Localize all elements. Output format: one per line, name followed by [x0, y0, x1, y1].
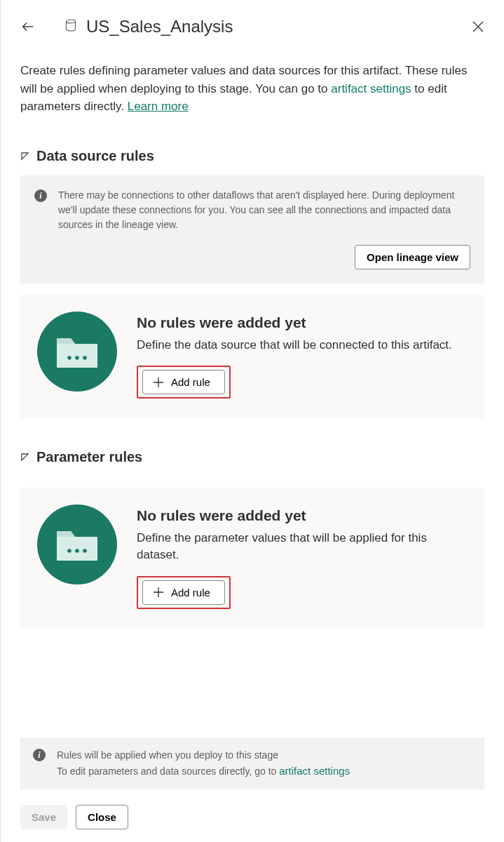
chevron-down-icon [20, 453, 29, 462]
add-rule-highlight: Add rule [137, 366, 231, 399]
data-source-info-text: There may be connections to other datafl… [58, 188, 470, 232]
chevron-down-icon [20, 152, 29, 161]
page-title: US_Sales_Analysis [86, 17, 233, 36]
svg-point-6 [83, 549, 87, 553]
add-data-source-rule-button[interactable]: Add rule [142, 370, 225, 394]
add-rule-label: Add rule [171, 587, 210, 599]
artifact-settings-link[interactable]: artifact settings [331, 82, 411, 95]
footer-info-panel: i Rules will be applied when you deploy … [20, 737, 484, 789]
open-lineage-button[interactable]: Open lineage view [355, 245, 470, 269]
add-rule-label: Add rule [171, 376, 210, 388]
plus-icon [153, 587, 164, 598]
save-button: Save [20, 805, 67, 829]
svg-point-4 [67, 549, 71, 553]
datamart-icon [65, 19, 76, 34]
info-icon: i [33, 749, 46, 761]
data-source-section-header[interactable]: Data source rules [20, 148, 484, 164]
data-source-info-panel: i There may be connections to other data… [20, 175, 484, 283]
data-source-empty-heading: No rules were added yet [137, 314, 468, 331]
parameter-empty-sub: Define the parameter values that will be… [137, 530, 468, 563]
add-parameter-rule-button[interactable]: Add rule [142, 580, 225, 605]
description-text: Create rules defining parameter values a… [20, 62, 484, 116]
footer-info-line2-prefix: To edit parameters and data sources dire… [57, 766, 279, 777]
close-icon[interactable] [472, 20, 484, 33]
parameter-title: Parameter rules [36, 449, 142, 465]
svg-point-5 [75, 549, 79, 553]
back-button[interactable] [20, 19, 36, 34]
data-source-empty-card: No rules were added yet Define the data … [20, 295, 484, 419]
parameter-section-header[interactable]: Parameter rules [20, 449, 484, 465]
learn-more-link[interactable]: Learn more [128, 100, 189, 113]
svg-point-3 [83, 356, 87, 360]
folder-icon [37, 312, 117, 392]
add-rule-highlight: Add rule [137, 576, 231, 609]
parameter-empty-card: No rules were added yet Define the param… [20, 488, 484, 629]
svg-point-1 [67, 356, 71, 360]
data-source-empty-sub: Define the data source that will be conn… [137, 337, 468, 354]
data-source-title: Data source rules [36, 148, 154, 164]
svg-point-0 [67, 20, 76, 23]
folder-icon [37, 504, 117, 584]
parameter-empty-heading: No rules were added yet [137, 507, 468, 524]
info-icon: i [34, 189, 47, 202]
footer-artifact-settings-link[interactable]: artifact settings [279, 765, 350, 777]
plus-icon [153, 377, 164, 388]
footer-info-line1: Rules will be applied when you deploy to… [57, 747, 350, 763]
svg-point-2 [75, 356, 79, 360]
close-button[interactable]: Close [76, 805, 128, 829]
